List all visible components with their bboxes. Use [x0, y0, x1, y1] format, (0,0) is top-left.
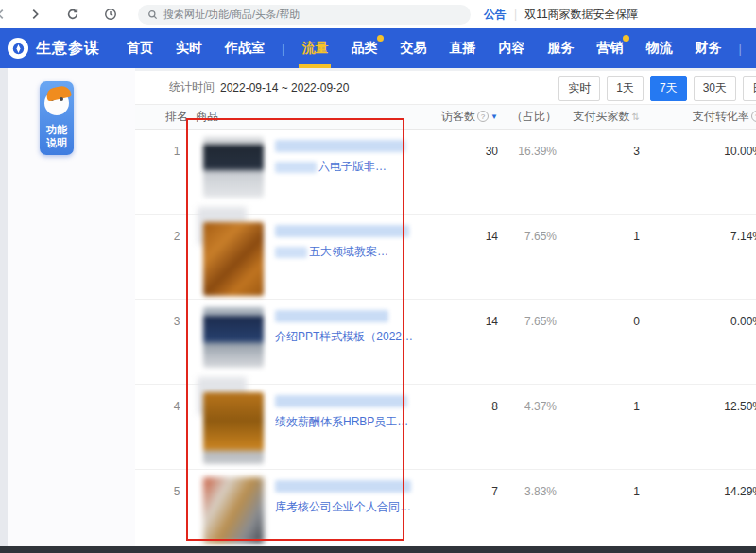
product-title-link[interactable]: 库考核公司企业个人合同… [275, 499, 411, 515]
primary-nav: 生意参谋 首页 实时 作战室 | 流量 品类 交易 直播 内容 服务 营销 物流… [0, 28, 756, 68]
product-cell: 介绍PPT样式模板（2022… [196, 300, 432, 384]
ratio-cell: 4.37% [498, 385, 557, 469]
range-button-day[interactable]: 日 [743, 76, 756, 101]
nav-item-trade[interactable]: 交易 [395, 28, 431, 68]
helper-badge-label: 功能 说明 [40, 123, 74, 149]
table-row: 5 库考核公司企业个人合同… 7 3.83% 1 14.29% [135, 470, 756, 553]
nav-label: 服务 [547, 40, 574, 57]
nav-label: 作战室 [225, 40, 265, 57]
buyers-cell: 1 [557, 385, 640, 469]
conversion-cell: 10.00% [640, 130, 756, 214]
buyers-cell: 0 [557, 300, 640, 384]
nav-item-realtime[interactable]: 实时 [171, 28, 207, 68]
table-header: 排名 商品 访客数?▼ （占比） 支付买家数⇅ 支付转化率? [135, 105, 756, 130]
announcement-headline[interactable]: 双11商家数据安全保障 [524, 7, 638, 23]
blurred-title-segment [275, 162, 317, 173]
visitors-cell: 30 [432, 130, 498, 214]
product-thumbnail[interactable] [203, 307, 264, 368]
blurred-title-line [275, 480, 411, 493]
announcement-separator: | [514, 8, 517, 21]
search-input[interactable] [163, 9, 461, 20]
header-buyers: 支付买家数⇅ [557, 109, 640, 125]
blurred-title-line [275, 395, 407, 407]
product-thumbnail[interactable] [203, 392, 264, 464]
header-rank: 排名 [158, 109, 196, 125]
nav-item-marketing[interactable]: 营销 [592, 28, 627, 68]
header-product: 商品 [196, 109, 432, 125]
nav-label: 营销 [596, 40, 623, 57]
header-ratio: （占比） [498, 109, 557, 125]
mascot-hat-icon [45, 84, 72, 101]
range-button-1day[interactable]: 1天 [607, 76, 644, 101]
nav-label: 物流 [645, 40, 672, 57]
info-icon[interactable]: ? [751, 111, 756, 122]
product-cell: 库考核公司企业个人合同… [196, 470, 432, 553]
sort-icon[interactable]: ⇅ [632, 112, 640, 122]
nav-item-service[interactable]: 服务 [542, 28, 578, 68]
ratio-cell: 16.39% [498, 130, 557, 214]
range-button-30day[interactable]: 30天 [694, 76, 736, 101]
header-visitors: 访客数?▼ [432, 109, 498, 125]
range-button-realtime[interactable]: 实时 [558, 76, 600, 101]
nav-item-logistics[interactable]: 物流 [641, 28, 677, 68]
announcement-link[interactable]: 公告 [484, 7, 507, 23]
product-thumbnail[interactable] [203, 137, 264, 198]
mascot-icon [44, 91, 69, 115]
address-search-bar[interactable] [138, 5, 471, 25]
nav-divider: | [282, 42, 284, 56]
nav-item-category[interactable]: 品类 [346, 28, 382, 68]
info-icon[interactable]: ? [477, 111, 489, 122]
nav-item-war-room[interactable]: 作战室 [220, 28, 269, 68]
search-icon [147, 9, 158, 20]
history-clock-icon[interactable] [102, 6, 119, 23]
blurred-title-segment [275, 247, 307, 258]
product-title-link[interactable]: 六电子版非… [318, 159, 387, 175]
table-row: 3 介绍PPT样式模板（2022… 14 7.65% 0 0.00% [135, 300, 756, 385]
nav-label: 品类 [351, 40, 377, 57]
nav-item-home[interactable]: 首页 [122, 28, 158, 68]
product-title-link[interactable]: 绩效薪酬体系HRBP员工… [275, 414, 408, 430]
product-title-link[interactable]: 五大领域教案… [309, 244, 388, 260]
product-thumbnail[interactable] [203, 222, 264, 296]
nav-label: 交易 [400, 40, 426, 57]
nav-item-traffic[interactable]: 流量 [297, 28, 333, 68]
nav-item-finance[interactable]: 财务 [690, 28, 726, 68]
buyers-cell: 3 [557, 130, 640, 214]
product-title-link[interactable]: 介绍PPT样式模板（2022… [275, 329, 413, 345]
main-panel: 统计时间 2022-09-14 ~ 2022-09-20 实时 1天 7天 30… [135, 71, 756, 553]
stat-time-label: 统计时间 [169, 79, 215, 95]
helper-mascot-badge[interactable]: 功能 说明 [40, 81, 74, 155]
conversion-cell: 14.29% [640, 470, 756, 553]
blurred-title-line [275, 225, 409, 237]
blurred-title-line [275, 310, 388, 322]
conversion-cell: 7.14% [640, 215, 756, 299]
nav-item-live[interactable]: 直播 [444, 28, 480, 68]
product-cell: 五大领域教案… [196, 215, 432, 299]
back-icon[interactable] [0, 6, 9, 23]
ratio-cell: 3.83% [498, 470, 557, 553]
sycm-logo-icon[interactable] [8, 38, 28, 59]
rank-cell: 4 [158, 385, 196, 469]
stats-toolbar: 统计时间 2022-09-14 ~ 2022-09-20 实时 1天 7天 30… [135, 71, 756, 105]
sort-desc-icon[interactable]: ▼ [490, 112, 498, 121]
conversion-cell: 0.00% [640, 300, 756, 384]
nav-label: 实时 [176, 40, 202, 57]
product-thumbnail[interactable] [203, 477, 264, 544]
nav-label: 流量 [301, 40, 328, 57]
brand-title[interactable]: 生意参谋 [36, 39, 100, 59]
conversion-cell: 12.50% [640, 385, 756, 469]
nav-item-content[interactable]: 内容 [493, 28, 529, 68]
range-button-7day[interactable]: 7天 [650, 76, 687, 101]
forward-icon[interactable] [26, 6, 43, 23]
sidebar: 功能 说明 [8, 68, 135, 553]
browser-toolbar: 公告 | 双11商家数据安全保障 [0, 0, 756, 28]
ratio-cell: 7.65% [498, 215, 557, 299]
table-row: 1 六电子版非… 30 16.39% 3 10.00% [135, 130, 756, 215]
nav-label: 直播 [449, 40, 475, 57]
date-range-buttons: 实时 1天 7天 30天 日 [558, 76, 756, 101]
visitors-cell: 7 [432, 470, 498, 553]
nav-label: 财务 [695, 40, 721, 57]
reload-icon[interactable] [64, 6, 81, 23]
rank-cell: 5 [158, 470, 196, 553]
header-conversion: 支付转化率? [640, 109, 756, 125]
